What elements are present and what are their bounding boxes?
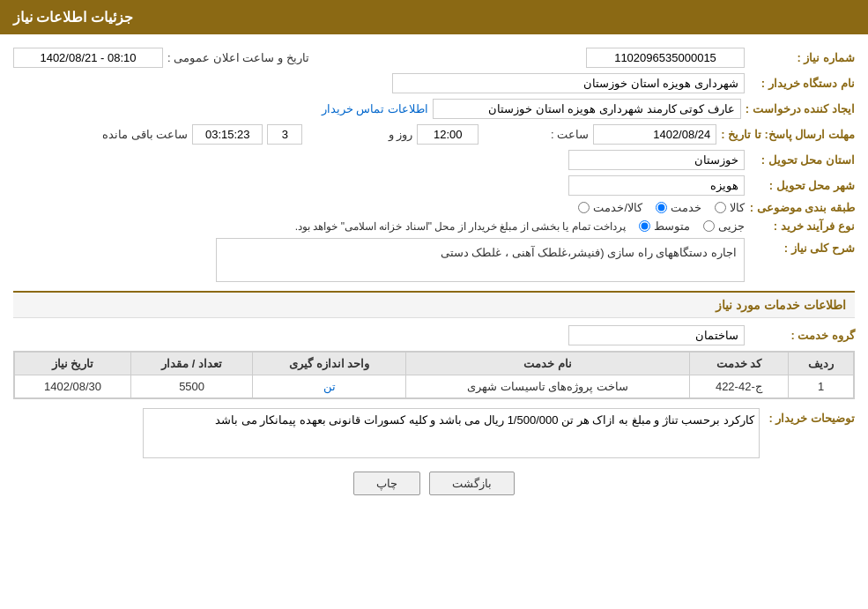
tabaqe-khedmat-radio[interactable]: [656, 202, 667, 213]
grouh-label: گروه خدمت :: [749, 329, 855, 342]
chap-button[interactable]: چاپ: [353, 472, 420, 495]
khadamat-section-title: اطلاعات خدمات مورد نیاز: [13, 291, 855, 318]
col-kod: کد خدمت: [689, 353, 788, 375]
mohlat-baki-label: ساعت باقی مانده: [82, 128, 188, 141]
grouh-input[interactable]: [568, 325, 745, 345]
col-tedad: تعداد / مقدار: [131, 353, 253, 375]
tabaqe-kala[interactable]: کالا: [715, 201, 745, 214]
khadamat-table: ردیف کد خدمت نام خدمت واحد اندازه گیری ت…: [14, 352, 854, 398]
mohlat-label: مهلت ارسال پاسخ: تا تاریخ :: [721, 128, 855, 141]
table-row: 1 ج-42-422 ساخت پروژه‌های تاسیسات شهری ت…: [15, 375, 854, 398]
now-farayand-label: نوع فرآیند خرید :: [749, 219, 855, 233]
ostan-input[interactable]: [568, 150, 745, 170]
nam-dastgah-input[interactable]: [392, 73, 745, 93]
mohlat-roz-input[interactable]: [267, 124, 302, 145]
cell-nam: ساخت پروژه‌های تاسیسات شهری: [406, 375, 689, 398]
now-farayand-radio-group: جزیی متوسط: [639, 219, 745, 233]
now-motevaset-label: متوسط: [654, 219, 690, 233]
shahr-input[interactable]: [568, 175, 745, 196]
button-row: بازگشت چاپ: [13, 472, 855, 495]
cell-kod: ج-42-422: [689, 375, 788, 398]
tozihat-textarea[interactable]: [143, 408, 760, 458]
tabaqe-kala-khedmat[interactable]: کالا/خدمت: [578, 201, 642, 214]
tabaqe-radio-group: کالا خدمت کالا/خدمت: [578, 201, 745, 214]
col-vahed: واحد اندازه گیری: [253, 353, 406, 375]
cell-radif: 1: [789, 375, 854, 398]
cell-tarikh: 1402/08/30: [15, 375, 131, 398]
sharh-label: شرح کلی نیاز :: [749, 238, 855, 255]
khadamat-table-container: ردیف کد خدمت نام خدمت واحد اندازه گیری ت…: [13, 351, 855, 399]
ettelaat-tamas-link[interactable]: اطلاعات تماس خریدار: [322, 102, 428, 115]
now-motevaset-radio[interactable]: [639, 220, 650, 232]
tabaqe-label: طبقه بندی موضوعی :: [749, 201, 855, 214]
now-jozi-radio[interactable]: [703, 220, 715, 232]
mohlat-roz-label: روز و: [307, 128, 412, 141]
tabaqe-khedmat-label: خدمت: [671, 201, 701, 214]
shahr-label: شهر محل تحویل :: [749, 179, 855, 192]
ijad-label: ایجاد کننده درخواست :: [746, 102, 855, 115]
tabaqe-kala-khedmat-label: کالا/خدمت: [593, 201, 642, 214]
col-tarikh: تاریخ نیاز: [15, 353, 131, 375]
now-jozi[interactable]: جزیی: [703, 219, 745, 233]
tabaqe-kala-label: کالا: [730, 201, 745, 214]
sharh-box: اجاره دستگاههای راه سازی (فنیشر،غلطک آهن…: [216, 238, 745, 282]
tabaqe-kala-khedmat-radio[interactable]: [578, 202, 590, 213]
now-jozi-label: جزیی: [718, 219, 745, 233]
tozihat-label: توضیحات خریدار :: [767, 408, 855, 425]
tabaqe-kala-radio[interactable]: [715, 202, 726, 213]
mohlat-saat-label: ساعت :: [483, 128, 589, 141]
shomare-niaz-input[interactable]: [586, 48, 745, 68]
shomare-niaz-label: شماره نیاز :: [749, 51, 855, 64]
bazgasht-button[interactable]: بازگشت: [429, 472, 515, 495]
tarikh-label: تاریخ و ساعت اعلان عمومی :: [167, 51, 309, 64]
now-motevaset[interactable]: متوسط: [639, 219, 690, 233]
cell-vahed[interactable]: تن: [253, 375, 406, 398]
nam-dastgah-label: نام دستگاه خریدار :: [749, 77, 855, 90]
tabaqe-khedmat[interactable]: خدمت: [656, 201, 701, 214]
now-farayand-note: پرداخت تمام یا بخشی از مبلغ خریدار از مح…: [295, 220, 626, 233]
col-radif: ردیف: [789, 353, 854, 375]
cell-tedad: 5500: [131, 375, 253, 398]
mohlat-baki-input[interactable]: [192, 124, 263, 145]
col-nam: نام خدمت: [406, 353, 689, 375]
page-title: جزئیات اطلاعات نیاز: [13, 10, 133, 25]
page-header: جزئیات اطلاعات نیاز: [0, 0, 868, 34]
tarikh-input[interactable]: [13, 48, 163, 68]
ijad-input[interactable]: [433, 99, 741, 119]
mohlat-date-input[interactable]: [593, 124, 716, 145]
ostan-label: استان محل تحویل :: [749, 153, 855, 167]
mohlat-saat-input[interactable]: [417, 124, 479, 145]
